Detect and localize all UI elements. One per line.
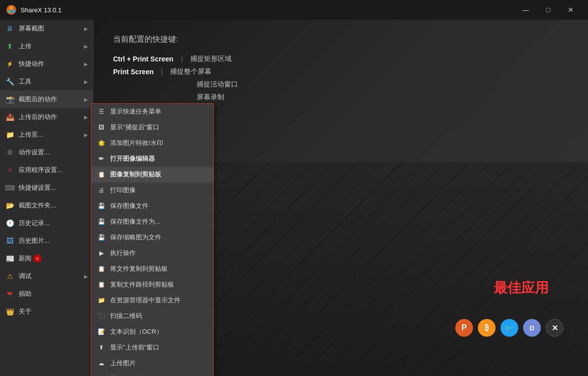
- dropdown-show-explorer[interactable]: 📁 在资源管理器中显示文件: [91, 292, 213, 308]
- upload-image-label: 上传图片: [110, 359, 136, 368]
- exec-action-icon: ▶: [96, 249, 106, 257]
- dropdown-save-thumb[interactable]: 💾 保存缩略图为文件: [91, 230, 213, 245]
- sidebar-label-actset: 动作设置...: [19, 148, 50, 157]
- sidebar-label-screenshot: 屏幕截图: [19, 24, 44, 33]
- copy-image-icon: 📋: [96, 171, 106, 178]
- hotkey-icon: ⌨: [5, 183, 15, 193]
- sidebar-label-donate: 捐助: [19, 289, 31, 298]
- dropdown-ocr[interactable]: 📝 文本识别（OCR）: [91, 324, 213, 340]
- print-image-label: 打印图像: [110, 186, 136, 195]
- sidebar-item-upload[interactable]: ⬆ 上传 ▶: [0, 37, 93, 55]
- sidebar-item-debug[interactable]: ⚠ 调试 ▶: [0, 267, 93, 285]
- sidebar-item-actset[interactable]: ⚙ 动作设置...: [0, 144, 93, 161]
- arrow-icon-screenshot: ▶: [84, 26, 88, 31]
- sidebar-item-history[interactable]: 🕐 历史记录...: [0, 214, 93, 232]
- dropdown-save-image[interactable]: 💾 保存图像文件: [91, 198, 213, 214]
- dropdown-copy-file[interactable]: 📋 将文件复制到剪贴板: [91, 261, 213, 277]
- arrow-icon-upload: ▶: [84, 44, 88, 49]
- sidebar-item-appset[interactable]: ✕ 应用程序设置...: [0, 161, 93, 179]
- actset-icon: ⚙: [5, 147, 15, 157]
- action-icon: ⚡: [5, 59, 15, 69]
- news-badge: +: [33, 255, 41, 262]
- upload-image-icon: ☁: [96, 359, 106, 367]
- dropdown-upload-image[interactable]: ☁ 上传图片: [91, 355, 213, 371]
- patreon-button[interactable]: P: [455, 319, 473, 337]
- x-icon: ✕: [552, 323, 558, 333]
- sidebar-item-quickactions[interactable]: ⚡ 快捷动作 ▶: [0, 55, 93, 73]
- x-button[interactable]: ✕: [546, 319, 563, 337]
- show-explorer-label: 在资源管理器中显示文件: [110, 296, 180, 305]
- hotkey-line-3: 捕捉活动窗口: [113, 80, 568, 89]
- sidebar-item-donate[interactable]: ❤ 捐助: [0, 285, 93, 303]
- before-up-label: 显示"上传前"窗口: [110, 343, 159, 352]
- app-logo: [6, 4, 17, 15]
- donate-icon: ❤: [5, 289, 15, 299]
- sidebar-label-upload: 上传: [19, 42, 31, 51]
- hotkeys-title: 当前配置的快捷键:: [113, 34, 568, 45]
- hotkey-desc-4: 屏幕录制: [197, 93, 224, 102]
- dropdown-show-quick-menu[interactable]: ☰ 显示快速任务菜单: [91, 104, 213, 119]
- discord-icon: D: [529, 324, 534, 332]
- sidebar-item-screenshot[interactable]: 🖥 屏幕截图 ▶: [0, 20, 93, 37]
- dropdown-delete-local[interactable]: 🗑 删除本地文件: [91, 371, 213, 376]
- arrow-icon-upto: ▶: [84, 132, 88, 138]
- dropdown-exec-action[interactable]: ▶ 执行操作: [91, 245, 213, 261]
- dropdown-print-image[interactable]: 🖨 打印图像: [91, 182, 213, 198]
- hotkey-key-1: Ctrl + Print Screen: [113, 55, 174, 63]
- sidebar-label-debug: 调试: [19, 272, 31, 281]
- sidebar: 🖥 屏幕截图 ▶ ⬆ 上传 ▶ ⚡ 快捷动作 ▶ 🔧 工具 ▶ 📸 截图后的动作…: [0, 20, 93, 376]
- hotkey-desc-2: 捕捉整个屏幕: [170, 67, 211, 76]
- dropdown-scan-qr[interactable]: ⬛ 扫描二维码: [91, 308, 213, 324]
- svg-point-3: [12, 10, 15, 13]
- hotkey-line-2: Print Screen ｜ 捕捉整个屏幕: [113, 67, 568, 76]
- upload-icon: ⬆: [5, 41, 15, 51]
- maximize-button[interactable]: □: [537, 0, 559, 20]
- sidebar-label-news: 新闻: [19, 254, 31, 263]
- open-editor-icon: ✏: [96, 155, 106, 163]
- dropdown-open-editor[interactable]: ✏ 打开图像编辑器: [91, 151, 213, 167]
- copy-image-label: 图像复制到剪贴板: [110, 170, 161, 179]
- dropdown-save-image-as[interactable]: 💾 保存图像文件为...: [91, 214, 213, 230]
- sidebar-label-upto: 上传至...: [19, 130, 43, 139]
- sidebar-item-tools[interactable]: 🔧 工具 ▶: [0, 73, 93, 90]
- sidebar-item-aftercap[interactable]: 📸 截图后的动作 ▶: [0, 90, 93, 108]
- copy-file-label: 将文件复制到剪贴板: [110, 264, 168, 273]
- dropdown-show-before-up[interactable]: ⬆ 显示"上传前"窗口: [91, 340, 213, 355]
- afterup-icon: 📤: [5, 112, 15, 122]
- sidebar-item-folder[interactable]: 📂 截图文件夹...: [0, 197, 93, 214]
- dropdown-copy-image[interactable]: 📋 图像复制到剪贴板: [91, 167, 213, 182]
- save-image-icon: 💾: [96, 202, 106, 210]
- twitter-icon: 🐦: [504, 323, 514, 333]
- sidebar-item-news[interactable]: 📰 新闻 +: [0, 250, 93, 267]
- arrow-icon-quickactions: ▶: [84, 61, 88, 67]
- copy-file-icon: 📋: [96, 265, 106, 273]
- sidebar-label-quickactions: 快捷动作: [19, 59, 44, 68]
- arrow-icon-afterup: ▶: [84, 115, 88, 120]
- dropdown-copy-path[interactable]: 📋 复制文件路径到剪贴板: [91, 277, 213, 292]
- arrow-icon-debug: ▶: [84, 274, 88, 279]
- twitter-button[interactable]: 🐦: [500, 319, 518, 337]
- dropdown-show-after-cap[interactable]: 🖼 显示"捕捉后"窗口: [91, 119, 213, 135]
- appset-icon: ✕: [5, 165, 15, 175]
- sidebar-item-about[interactable]: 👑 关于: [0, 303, 93, 320]
- aftercap-icon: 📸: [5, 94, 15, 104]
- folder-icon: 📂: [5, 201, 15, 210]
- sidebar-item-histpic[interactable]: 🖼 历史图片...: [0, 232, 93, 250]
- discord-button[interactable]: D: [523, 319, 541, 337]
- add-effect-icon: 🌟: [96, 139, 106, 147]
- sidebar-label-history: 历史记录...: [19, 219, 50, 228]
- hotkey-sep-1: ｜: [178, 55, 185, 63]
- sidebar-item-afterup[interactable]: 📤 上传后的动作 ▶: [0, 108, 93, 126]
- sidebar-item-upto[interactable]: 📁 上传至... ▶: [0, 126, 93, 144]
- minimize-button[interactable]: —: [514, 0, 537, 20]
- svg-point-1: [9, 6, 13, 10]
- bitcoin-button[interactable]: ₿: [478, 319, 496, 337]
- histpic-icon: 🖼: [5, 236, 15, 246]
- main-layout: 🖥 屏幕截图 ▶ ⬆ 上传 ▶ ⚡ 快捷动作 ▶ 🔧 工具 ▶ 📸 截图后的动作…: [0, 20, 588, 376]
- open-editor-label: 打开图像编辑器: [110, 154, 155, 163]
- save-image-label: 保存图像文件: [110, 202, 148, 210]
- close-button[interactable]: ✕: [559, 0, 582, 20]
- sidebar-item-hotkey[interactable]: ⌨ 快捷键设置...: [0, 179, 93, 197]
- dropdown-menu: ☰ 显示快速任务菜单 🖼 显示"捕捉后"窗口 🌟 添加图片特效/水印 ✏ 打开图…: [91, 103, 214, 376]
- dropdown-add-effect[interactable]: 🌟 添加图片特效/水印: [91, 135, 213, 151]
